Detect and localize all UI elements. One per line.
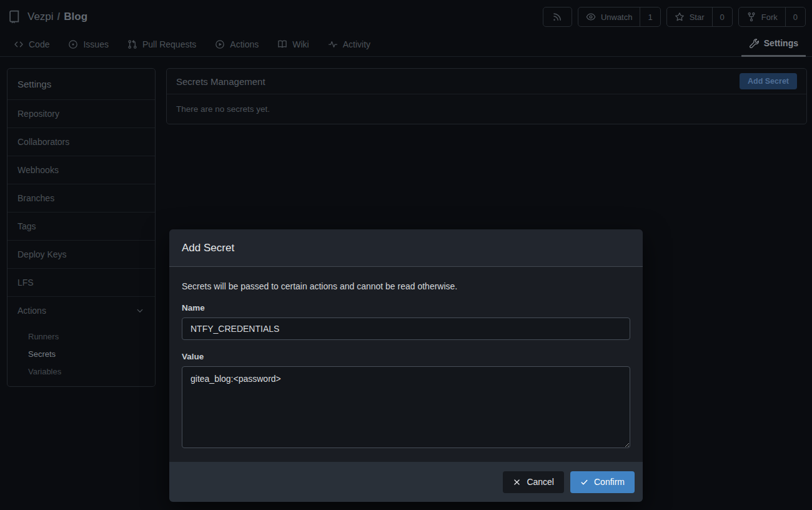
add-secret-button[interactable]: Add Secret [740,73,797,89]
tab-code[interactable]: Code [14,39,49,49]
secrets-management-card: Secrets Management Add Secret There are … [166,68,807,124]
sidebar-item-repository[interactable]: Repository [7,99,155,128]
sidebar-item-lfs[interactable]: LFS [7,268,155,296]
sidebar-item-deploy-keys[interactable]: Deploy Keys [7,240,155,268]
sidebar-subitem-runners[interactable]: Runners [7,328,155,345]
tab-actions[interactable]: Actions [215,39,259,49]
sidebar-item-branches[interactable]: Branches [7,184,155,212]
sidebar-actions-submenu: Runners Secrets Variables [7,324,155,380]
confirm-label: Confirm [594,477,625,487]
tab-label: Wiki [292,39,309,49]
settings-sidebar: Settings Repository Collaborators Webhoo… [7,68,156,387]
add-secret-modal-header: Add Secret [169,229,643,267]
star-count[interactable]: 0 [712,8,732,26]
pulse-icon [328,39,338,49]
repo-icon [7,10,21,24]
secret-name-label: Name [182,303,630,312]
secret-value-textarea[interactable]: gitea_blog:<password> [182,366,630,448]
pull-request-icon [127,39,137,49]
cancel-label: Cancel [527,477,554,487]
tab-issues[interactable]: Issues [68,39,108,49]
fork-count[interactable]: 0 [785,8,805,26]
secrets-empty-state: There are no secrets yet. [167,94,806,124]
check-icon [580,478,588,486]
x-icon [513,478,521,486]
issue-icon [68,39,78,49]
fork-button-group: Fork 0 [738,7,806,27]
add-secret-modal-footer: Cancel Confirm [169,462,643,502]
unwatch-label: Unwatch [601,12,633,22]
book-icon [277,39,287,49]
repo-title-row: Vezpi / Blog [7,7,806,27]
tab-pull-requests[interactable]: Pull Requests [127,39,196,49]
rss-button[interactable] [543,7,572,27]
play-circle-icon [215,39,225,49]
eye-icon [586,12,596,22]
sidebar-item-actions[interactable]: Actions [7,296,155,324]
star-icon [675,12,685,22]
sidebar-item-webhooks[interactable]: Webhooks [7,156,155,184]
tab-label: Activity [343,39,370,49]
empty-message: There are no secrets yet. [176,104,270,114]
sidebar-subitem-variables[interactable]: Variables [7,362,155,380]
tab-label: Pull Requests [142,39,196,49]
repo-name-link[interactable]: Blog [64,11,87,23]
secret-description-text: Secrets will be passed to certain action… [182,281,630,291]
repo-action-buttons: Unwatch 1 Star 0 [543,7,806,27]
sidebar-actions-label: Actions [17,306,46,316]
repo-header: Vezpi / Blog [0,0,812,57]
sidebar-item-collaborators[interactable]: Collaborators [7,128,155,156]
tab-label: Settings [764,38,798,48]
add-secret-modal: Add Secret Secrets will be passed to cer… [169,229,643,502]
watch-button-group: Unwatch 1 [578,7,661,27]
secret-value-label: Value [182,352,630,361]
sidebar-title: Settings [7,69,155,99]
code-icon [14,39,24,49]
confirm-button[interactable]: Confirm [570,471,635,493]
watch-count[interactable]: 1 [640,8,660,26]
tab-activity[interactable]: Activity [328,39,370,49]
fork-button[interactable]: Fork [739,8,785,26]
tab-label: Actions [230,39,259,49]
fork-icon [746,12,756,22]
cancel-button[interactable]: Cancel [503,471,564,493]
tools-icon [749,38,759,48]
tab-label: Issues [83,39,108,49]
tab-label: Code [29,39,49,49]
star-button-group: Star 0 [666,7,733,27]
tab-settings-active[interactable]: Settings [741,32,806,57]
repo-separator: / [57,11,61,23]
modal-title: Add Secret [182,242,234,254]
repo-tabs: Code Issues [14,32,370,56]
add-secret-modal-body: Secrets will be passed to certain action… [169,267,643,451]
unwatch-button[interactable]: Unwatch [578,8,640,26]
sidebar-item-tags[interactable]: Tags [7,212,155,240]
tab-wiki[interactable]: Wiki [277,39,309,49]
secrets-card-title: Secrets Management [176,76,265,87]
secret-name-input[interactable] [182,318,630,340]
star-button[interactable]: Star [667,8,712,26]
secrets-card-header: Secrets Management Add Secret [167,69,806,94]
chevron-down-icon [135,306,145,316]
sidebar-subitem-secrets[interactable]: Secrets [7,345,155,362]
rss-icon [552,12,562,22]
repo-owner-link[interactable]: Vezpi [27,11,54,23]
fork-label: Fork [761,12,778,22]
star-label: Star [690,12,705,22]
